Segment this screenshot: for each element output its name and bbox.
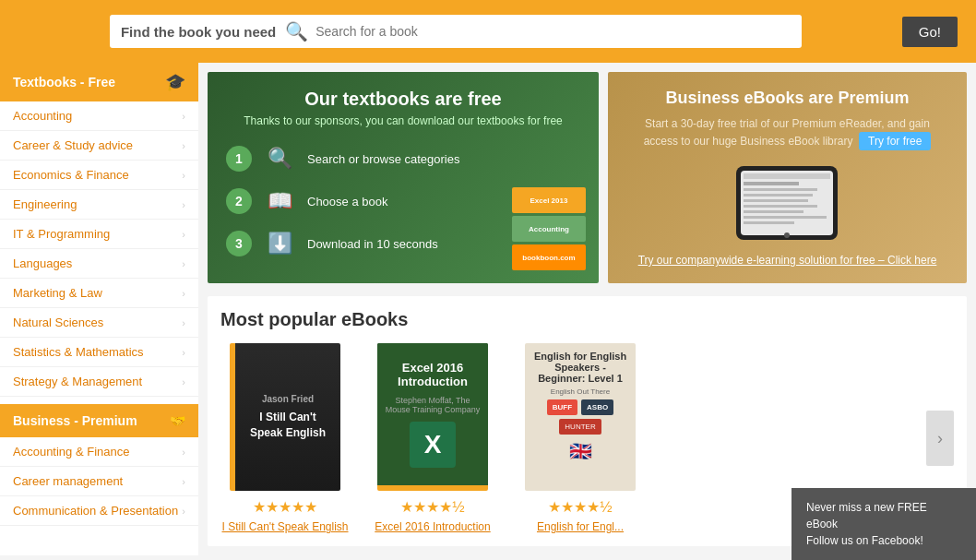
book-cover-1: Jason Fried I Still Can't Speak English bbox=[230, 343, 340, 491]
search-icon: 🔍 bbox=[285, 20, 308, 42]
svg-rect-8 bbox=[744, 210, 803, 213]
chevron-right-icon: › bbox=[182, 476, 185, 487]
book-card-1[interactable]: Jason Fried I Still Can't Speak English … bbox=[220, 343, 350, 533]
download-step-icon: ⬇️ bbox=[263, 227, 296, 260]
graduation-icon: 🎓 bbox=[165, 72, 185, 92]
book-2-link[interactable]: Excel 2016 Introduction bbox=[375, 520, 490, 533]
search-container: Find the book you need 🔍 bbox=[110, 15, 802, 48]
svg-rect-7 bbox=[744, 205, 817, 208]
step-1-text: Search or browse categories bbox=[307, 152, 459, 166]
sidebar-free-label: Textbooks - Free bbox=[13, 75, 115, 89]
svg-rect-1 bbox=[741, 171, 833, 235]
sidebar-item-accounting-finance[interactable]: Accounting & Finance › bbox=[0, 437, 198, 467]
book-1-title: I Still Can't Speak English bbox=[244, 410, 331, 441]
svg-rect-5 bbox=[744, 194, 813, 197]
search-step-icon: 🔍 bbox=[263, 142, 296, 175]
green-banner-title: Our textbooks are free bbox=[226, 89, 580, 110]
svg-rect-4 bbox=[744, 188, 817, 191]
search-input[interactable] bbox=[315, 24, 791, 39]
svg-rect-6 bbox=[744, 199, 808, 202]
sidebar: Textbooks - Free 🎓 Accounting › Career &… bbox=[0, 63, 198, 555]
sidebar-item-accounting[interactable]: Accounting › bbox=[0, 101, 198, 131]
book-cover-3: English for English Speakers - Beginner:… bbox=[525, 343, 636, 491]
sidebar-free-header: Textbooks - Free 🎓 bbox=[0, 63, 198, 101]
chevron-right-icon: › bbox=[182, 111, 185, 122]
chevron-right-icon: › bbox=[182, 347, 185, 358]
book-card-2[interactable]: Excel 2016 Introduction Stephen Moffat, … bbox=[368, 343, 497, 533]
main-layout: Textbooks - Free 🎓 Accounting › Career &… bbox=[0, 63, 976, 555]
green-banner-subtitle: Thanks to our sponsors, you can download… bbox=[226, 114, 580, 127]
chevron-right-icon: › bbox=[182, 199, 185, 210]
book-stack-decoration: Excel 2013 Accounting bookboon.com bbox=[512, 187, 586, 270]
step-1-number: 1 bbox=[226, 146, 252, 172]
sidebar-item-career-study[interactable]: Career & Study advice › bbox=[0, 131, 198, 161]
svg-rect-9 bbox=[744, 216, 827, 219]
popular-title: Most popular eBooks bbox=[220, 309, 954, 330]
chevron-right-icon: › bbox=[182, 317, 185, 328]
premium-banner-title: Business eBooks are Premium bbox=[626, 89, 948, 108]
sidebar-item-statistics[interactable]: Statistics & Mathematics › bbox=[0, 338, 198, 367]
book-3-stars: ★★★★½ bbox=[548, 498, 612, 516]
step-3-number: 3 bbox=[226, 231, 252, 256]
search-label: Find the book you need bbox=[121, 24, 276, 40]
notification-popup: Never miss a new FREE eBookFollow us on … bbox=[792, 488, 976, 555]
sidebar-item-languages[interactable]: Languages › bbox=[0, 249, 198, 279]
tablet-svg bbox=[727, 161, 847, 244]
chevron-right-icon: › bbox=[182, 506, 185, 517]
sidebar-item-communication[interactable]: Communication & Presentation › bbox=[0, 496, 198, 526]
book-1-link[interactable]: I Still Can't Speak English bbox=[221, 520, 348, 533]
step-3-text: Download in 10 seconds bbox=[307, 237, 438, 251]
handshake-icon: 🤝 bbox=[170, 413, 185, 428]
try-free-button[interactable]: Try for free bbox=[859, 132, 931, 150]
sidebar-item-career-management[interactable]: Career management › bbox=[0, 467, 198, 496]
svg-rect-3 bbox=[744, 182, 799, 185]
book-card-3[interactable]: English for English Speakers - Beginner:… bbox=[516, 343, 645, 533]
sidebar-item-marketing-law[interactable]: Marketing & Law › bbox=[0, 279, 198, 308]
svg-rect-10 bbox=[744, 221, 794, 224]
sidebar-item-engineering[interactable]: Engineering › bbox=[0, 190, 198, 220]
step-2-text: Choose a book bbox=[307, 195, 387, 209]
book-3-link[interactable]: English for Engl... bbox=[537, 520, 624, 533]
step-2-number: 2 bbox=[226, 188, 252, 214]
header: Find the book you need 🔍 Go! bbox=[0, 0, 976, 63]
svg-point-11 bbox=[784, 232, 790, 238]
book-1-stars: ★★★★★ bbox=[253, 498, 317, 516]
main-content: Our textbooks are free Thanks to our spo… bbox=[198, 63, 976, 555]
sidebar-item-natural-sciences[interactable]: Natural Sciences › bbox=[0, 308, 198, 338]
chevron-right-icon: › bbox=[182, 258, 185, 269]
chevron-right-icon: › bbox=[182, 140, 185, 151]
step-1: 1 🔍 Search or browse categories bbox=[226, 142, 580, 175]
chevron-right-icon: › bbox=[182, 229, 185, 240]
premium-ebooks-banner: Business eBooks are Premium Start a 30-d… bbox=[608, 72, 967, 283]
notification-text: Never miss a new FREE eBookFollow us on … bbox=[806, 501, 927, 547]
sidebar-item-economics[interactable]: Economics & Finance › bbox=[0, 161, 198, 190]
sidebar-premium-header: Business - Premium 🤝 bbox=[0, 404, 198, 437]
chevron-right-icon: › bbox=[182, 447, 185, 458]
banners-row: Our textbooks are free Thanks to our spo… bbox=[208, 72, 967, 283]
free-textbooks-banner: Our textbooks are free Thanks to our spo… bbox=[208, 72, 599, 283]
go-button[interactable]: Go! bbox=[902, 17, 958, 47]
chevron-right-icon: › bbox=[182, 376, 185, 387]
tablet-image bbox=[626, 161, 948, 244]
sidebar-premium-label: Business - Premium bbox=[13, 413, 137, 428]
sidebar-item-it-programming[interactable]: IT & Programming › bbox=[0, 220, 198, 249]
chevron-right-icon: › bbox=[182, 170, 185, 181]
svg-rect-2 bbox=[744, 173, 830, 179]
chevron-right-icon: › bbox=[182, 288, 185, 299]
book-cover-2: Excel 2016 Introduction Stephen Moffat, … bbox=[377, 343, 488, 491]
companywide-link[interactable]: Try our companywide e-learning solution … bbox=[626, 254, 948, 267]
sidebar-item-strategy[interactable]: Strategy & Management › bbox=[0, 367, 198, 397]
premium-banner-subtitle: Start a 30-day free trial of our Premium… bbox=[626, 115, 948, 150]
book-step-icon: 📖 bbox=[263, 185, 296, 218]
next-books-arrow[interactable]: › bbox=[926, 411, 954, 466]
book-2-stars: ★★★★½ bbox=[400, 498, 464, 516]
